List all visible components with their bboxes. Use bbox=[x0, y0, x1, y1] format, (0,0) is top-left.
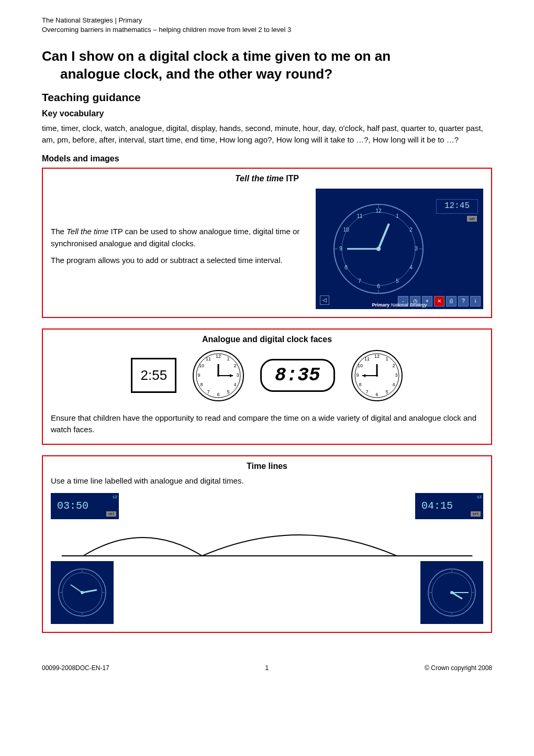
svg-text:1: 1 bbox=[227, 356, 230, 361]
analogue-clock-3oclock: 12 1 2 3 4 5 6 7 8 9 10 11 bbox=[192, 349, 244, 402]
svg-text:5: 5 bbox=[396, 278, 399, 284]
box1-description: The Tell the time ITP can be used to sho… bbox=[51, 226, 308, 272]
digital-set-left[interactable]: set bbox=[106, 511, 116, 517]
svg-text:7: 7 bbox=[207, 389, 210, 395]
timeline-digital-left: 03:50 12 set bbox=[51, 493, 119, 519]
strategy-italic: National Strategy bbox=[391, 302, 427, 308]
box3-intro: Use a time line labelled with analogue a… bbox=[51, 476, 483, 485]
timeline-digital-right: 04:15 12 set bbox=[415, 493, 483, 519]
svg-line-18 bbox=[379, 224, 389, 249]
box1-title-italic: Tell the time bbox=[235, 174, 284, 183]
svg-text:8: 8 bbox=[201, 382, 203, 387]
teaching-guidance-heading: Teaching guidance bbox=[42, 91, 492, 104]
svg-point-56 bbox=[376, 375, 378, 377]
svg-text:6: 6 bbox=[217, 392, 220, 397]
box1-title: Tell the time ITP bbox=[51, 174, 483, 183]
document-header: The National Strategies | Primary Overco… bbox=[42, 16, 492, 35]
svg-text:8: 8 bbox=[344, 265, 348, 270]
svg-text:5: 5 bbox=[227, 389, 230, 395]
svg-text:10: 10 bbox=[358, 363, 363, 368]
digital-left-value: 03:50 bbox=[57, 500, 88, 512]
itp-help-icon[interactable]: ? bbox=[458, 296, 469, 306]
svg-text:6: 6 bbox=[377, 283, 380, 289]
svg-point-75 bbox=[450, 591, 453, 594]
timeline-arcs bbox=[51, 519, 483, 561]
svg-text:6: 6 bbox=[375, 392, 378, 397]
svg-text:11: 11 bbox=[364, 356, 370, 361]
svg-text:10: 10 bbox=[343, 227, 349, 233]
svg-marker-36 bbox=[230, 374, 233, 377]
svg-point-38 bbox=[217, 375, 219, 377]
svg-text:7: 7 bbox=[365, 389, 368, 395]
svg-text:3: 3 bbox=[395, 372, 397, 378]
digital-set-right[interactable]: set bbox=[471, 511, 481, 517]
svg-text:12: 12 bbox=[374, 354, 380, 359]
svg-text:8: 8 bbox=[359, 382, 361, 387]
svg-text:2: 2 bbox=[234, 363, 237, 368]
svg-point-66 bbox=[81, 591, 84, 594]
svg-text:11: 11 bbox=[206, 356, 211, 361]
footer-pagenum: 1 bbox=[265, 664, 269, 672]
svg-text:7: 7 bbox=[358, 278, 361, 284]
itp-digital-display: 12:45 bbox=[436, 199, 478, 214]
svg-line-64 bbox=[82, 590, 97, 593]
svg-text:3: 3 bbox=[237, 372, 239, 378]
digital-clock-rounded: 8:35 bbox=[260, 359, 335, 392]
box1-title-rest: ITP bbox=[284, 174, 299, 183]
header-line1: The National Strategies | Primary bbox=[42, 16, 142, 24]
box1-p1-pre: The bbox=[51, 227, 66, 236]
page-footer: 00099-2008DOC-EN-17 1 © Crown copyright … bbox=[42, 664, 492, 672]
svg-text:12: 12 bbox=[375, 208, 382, 214]
key-vocabulary-text: time, timer, clock, watch, analogue, dig… bbox=[42, 123, 492, 146]
itp-close-icon[interactable]: ✕ bbox=[434, 296, 444, 306]
digital-right-value: 04:15 bbox=[421, 500, 453, 512]
itp-set-button[interactable]: set bbox=[467, 216, 477, 222]
digital-corner-right: 12 bbox=[476, 495, 482, 499]
svg-text:4: 4 bbox=[234, 382, 237, 387]
itp-screenshot: 12 1 2 3 4 5 6 7 8 9 10 11 bbox=[316, 189, 483, 309]
clock-faces-box: Analogue and digital clock faces 2:55 12… bbox=[42, 328, 492, 445]
svg-text:2: 2 bbox=[409, 227, 413, 233]
strategy-bold: Primary bbox=[372, 302, 390, 308]
footer-copyright: © Crown copyright 2008 bbox=[425, 664, 492, 672]
svg-text:2: 2 bbox=[392, 363, 395, 368]
svg-text:5: 5 bbox=[385, 389, 388, 395]
page-title: Can I show on a digital clock a time giv… bbox=[42, 48, 492, 83]
box2-note: Ensure that children have the opportunit… bbox=[51, 412, 483, 436]
models-images-heading: Models and images bbox=[42, 154, 492, 163]
svg-text:9: 9 bbox=[198, 372, 201, 378]
box1-p1-italic: Tell the time bbox=[66, 227, 108, 236]
timeline-digital-row: 03:50 12 set 04:15 12 set bbox=[51, 493, 483, 519]
box1-p2: The program allows you to add or subtrac… bbox=[51, 255, 308, 267]
timelines-box: Time lines Use a time line labelled with… bbox=[42, 455, 492, 633]
svg-text:4: 4 bbox=[409, 265, 413, 270]
analogue-clock-9oclock: 12 1 2 3 4 5 6 7 8 9 10 11 bbox=[351, 349, 403, 402]
itp-strategy-label: Primary National Strategy bbox=[372, 302, 427, 308]
timeline-clocks-row bbox=[51, 561, 483, 624]
box3-title: Time lines bbox=[51, 462, 483, 471]
itp-info-icon[interactable]: i bbox=[470, 296, 481, 306]
svg-text:9: 9 bbox=[339, 246, 342, 251]
key-vocabulary-heading: Key vocabulary bbox=[42, 109, 492, 118]
tell-the-time-box: Tell the time ITP The Tell the time ITP … bbox=[42, 168, 492, 318]
footer-docref: 00099-2008DOC-EN-17 bbox=[42, 664, 109, 672]
svg-text:4: 4 bbox=[392, 382, 395, 387]
header-line2: Overcoming barriers in mathematics – hel… bbox=[42, 26, 291, 34]
svg-text:1: 1 bbox=[385, 356, 388, 361]
timeline-analogue-left bbox=[51, 561, 114, 624]
svg-line-73 bbox=[452, 593, 462, 599]
title-line1: Can I show on a digital clock a time giv… bbox=[42, 48, 391, 64]
box2-title: Analogue and digital clock faces bbox=[51, 335, 483, 344]
svg-text:1: 1 bbox=[396, 213, 399, 219]
itp-print-icon[interactable]: ⎙ bbox=[446, 296, 457, 306]
svg-text:10: 10 bbox=[199, 363, 204, 368]
svg-text:9: 9 bbox=[356, 372, 359, 378]
itp-back-icon[interactable]: ◁ bbox=[320, 295, 329, 305]
svg-point-20 bbox=[376, 247, 381, 251]
itp-analogue-clock: 12 1 2 3 4 5 6 7 8 9 10 11 bbox=[331, 202, 426, 296]
svg-text:12: 12 bbox=[216, 354, 221, 359]
digital-clock-rect: 2:55 bbox=[131, 358, 176, 393]
svg-marker-54 bbox=[362, 374, 365, 377]
digital-corner-left: 12 bbox=[112, 495, 117, 499]
svg-text:3: 3 bbox=[415, 246, 418, 251]
